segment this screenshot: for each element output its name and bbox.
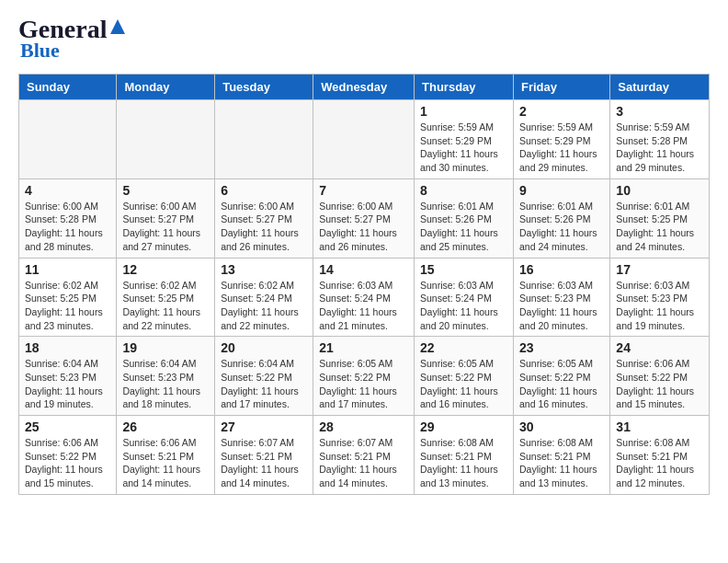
calendar-cell bbox=[117, 100, 215, 179]
calendar-cell: 6Sunrise: 6:00 AM Sunset: 5:27 PM Daylig… bbox=[215, 178, 313, 258]
day-number: 8 bbox=[420, 183, 507, 198]
calendar-cell: 12Sunrise: 6:02 AM Sunset: 5:25 PM Dayli… bbox=[117, 258, 215, 337]
day-info: Sunrise: 6:03 AM Sunset: 5:24 PM Dayligh… bbox=[319, 279, 408, 333]
day-info: Sunrise: 6:05 AM Sunset: 5:22 PM Dayligh… bbox=[420, 357, 507, 411]
calendar-week-3: 11Sunrise: 6:02 AM Sunset: 5:25 PM Dayli… bbox=[19, 258, 710, 337]
day-number: 2 bbox=[519, 104, 604, 119]
calendar-cell: 11Sunrise: 6:02 AM Sunset: 5:25 PM Dayli… bbox=[19, 258, 117, 337]
day-info: Sunrise: 6:01 AM Sunset: 5:25 PM Dayligh… bbox=[616, 200, 703, 254]
calendar-cell: 7Sunrise: 6:00 AM Sunset: 5:27 PM Daylig… bbox=[313, 178, 415, 258]
day-number: 17 bbox=[616, 262, 703, 277]
day-number: 25 bbox=[25, 419, 110, 434]
day-info: Sunrise: 6:04 AM Sunset: 5:23 PM Dayligh… bbox=[122, 357, 209, 411]
day-info: Sunrise: 6:00 AM Sunset: 5:27 PM Dayligh… bbox=[221, 200, 307, 254]
calendar-cell: 23Sunrise: 6:05 AM Sunset: 5:22 PM Dayli… bbox=[513, 337, 609, 416]
day-info: Sunrise: 6:05 AM Sunset: 5:22 PM Dayligh… bbox=[319, 357, 408, 411]
calendar-table: SundayMondayTuesdayWednesdayThursdayFrid… bbox=[18, 74, 710, 495]
day-info: Sunrise: 6:08 AM Sunset: 5:21 PM Dayligh… bbox=[519, 436, 604, 490]
day-info: Sunrise: 6:03 AM Sunset: 5:23 PM Dayligh… bbox=[519, 279, 604, 333]
calendar-cell: 22Sunrise: 6:05 AM Sunset: 5:22 PM Dayli… bbox=[415, 337, 514, 416]
day-info: Sunrise: 6:08 AM Sunset: 5:21 PM Dayligh… bbox=[420, 436, 507, 490]
day-info: Sunrise: 6:00 AM Sunset: 5:27 PM Dayligh… bbox=[122, 200, 209, 254]
calendar-cell: 13Sunrise: 6:02 AM Sunset: 5:24 PM Dayli… bbox=[215, 258, 313, 337]
logo-blue-text: Blue bbox=[20, 39, 60, 63]
day-number: 9 bbox=[519, 183, 604, 198]
calendar-week-5: 25Sunrise: 6:06 AM Sunset: 5:22 PM Dayli… bbox=[19, 416, 710, 495]
day-number: 5 bbox=[122, 183, 209, 198]
calendar-cell: 16Sunrise: 6:03 AM Sunset: 5:23 PM Dayli… bbox=[513, 258, 609, 337]
calendar-cell: 18Sunrise: 6:04 AM Sunset: 5:23 PM Dayli… bbox=[19, 337, 117, 416]
calendar-cell: 4Sunrise: 6:00 AM Sunset: 5:28 PM Daylig… bbox=[19, 178, 117, 258]
calendar-cell: 25Sunrise: 6:06 AM Sunset: 5:22 PM Dayli… bbox=[19, 416, 117, 495]
day-number: 30 bbox=[519, 419, 604, 434]
calendar-cell: 17Sunrise: 6:03 AM Sunset: 5:23 PM Dayli… bbox=[610, 258, 710, 337]
calendar-cell: 14Sunrise: 6:03 AM Sunset: 5:24 PM Dayli… bbox=[313, 258, 415, 337]
calendar-week-1: 1Sunrise: 5:59 AM Sunset: 5:29 PM Daylig… bbox=[19, 100, 710, 179]
calendar-cell: 1Sunrise: 5:59 AM Sunset: 5:29 PM Daylig… bbox=[415, 100, 514, 179]
svg-marker-0 bbox=[110, 19, 125, 34]
calendar-cell: 2Sunrise: 5:59 AM Sunset: 5:29 PM Daylig… bbox=[513, 100, 609, 179]
calendar-cell: 31Sunrise: 6:08 AM Sunset: 5:21 PM Dayli… bbox=[610, 416, 710, 495]
day-info: Sunrise: 6:02 AM Sunset: 5:25 PM Dayligh… bbox=[25, 279, 110, 333]
weekday-header-tuesday: Tuesday bbox=[215, 75, 313, 100]
calendar-cell: 19Sunrise: 6:04 AM Sunset: 5:23 PM Dayli… bbox=[117, 337, 215, 416]
calendar-cell: 5Sunrise: 6:00 AM Sunset: 5:27 PM Daylig… bbox=[117, 178, 215, 258]
calendar-cell: 10Sunrise: 6:01 AM Sunset: 5:25 PM Dayli… bbox=[610, 178, 710, 258]
day-info: Sunrise: 6:04 AM Sunset: 5:23 PM Dayligh… bbox=[25, 357, 110, 411]
calendar-cell: 15Sunrise: 6:03 AM Sunset: 5:24 PM Dayli… bbox=[415, 258, 514, 337]
day-info: Sunrise: 6:01 AM Sunset: 5:26 PM Dayligh… bbox=[420, 200, 507, 254]
calendar-cell: 21Sunrise: 6:05 AM Sunset: 5:22 PM Dayli… bbox=[313, 337, 415, 416]
day-number: 18 bbox=[25, 340, 110, 355]
day-number: 21 bbox=[319, 340, 408, 355]
day-info: Sunrise: 6:03 AM Sunset: 5:23 PM Dayligh… bbox=[616, 279, 703, 333]
day-info: Sunrise: 6:04 AM Sunset: 5:22 PM Dayligh… bbox=[221, 357, 307, 411]
day-number: 7 bbox=[319, 183, 408, 198]
day-info: Sunrise: 6:06 AM Sunset: 5:22 PM Dayligh… bbox=[25, 436, 110, 490]
calendar-week-4: 18Sunrise: 6:04 AM Sunset: 5:23 PM Dayli… bbox=[19, 337, 710, 416]
day-number: 1 bbox=[420, 104, 507, 119]
calendar-cell bbox=[19, 100, 117, 179]
logo-icon bbox=[108, 17, 127, 36]
day-info: Sunrise: 6:05 AM Sunset: 5:22 PM Dayligh… bbox=[519, 357, 604, 411]
calendar-cell: 3Sunrise: 5:59 AM Sunset: 5:28 PM Daylig… bbox=[610, 100, 710, 179]
day-info: Sunrise: 6:00 AM Sunset: 5:27 PM Dayligh… bbox=[319, 200, 408, 254]
day-number: 10 bbox=[616, 183, 703, 198]
day-info: Sunrise: 6:08 AM Sunset: 5:21 PM Dayligh… bbox=[616, 436, 703, 490]
calendar-cell: 8Sunrise: 6:01 AM Sunset: 5:26 PM Daylig… bbox=[415, 178, 514, 258]
day-number: 6 bbox=[221, 183, 307, 198]
header: General Blue bbox=[18, 15, 710, 63]
calendar-cell: 27Sunrise: 6:07 AM Sunset: 5:21 PM Dayli… bbox=[215, 416, 313, 495]
day-number: 24 bbox=[616, 340, 703, 355]
day-info: Sunrise: 6:01 AM Sunset: 5:26 PM Dayligh… bbox=[519, 200, 604, 254]
day-info: Sunrise: 5:59 AM Sunset: 5:29 PM Dayligh… bbox=[420, 121, 507, 175]
day-info: Sunrise: 6:02 AM Sunset: 5:25 PM Dayligh… bbox=[122, 279, 209, 333]
day-number: 15 bbox=[420, 262, 507, 277]
day-number: 13 bbox=[221, 262, 307, 277]
calendar-cell: 28Sunrise: 6:07 AM Sunset: 5:21 PM Dayli… bbox=[313, 416, 415, 495]
day-info: Sunrise: 6:06 AM Sunset: 5:21 PM Dayligh… bbox=[122, 436, 209, 490]
calendar-cell: 30Sunrise: 6:08 AM Sunset: 5:21 PM Dayli… bbox=[513, 416, 609, 495]
weekday-header-monday: Monday bbox=[117, 75, 215, 100]
weekday-header-wednesday: Wednesday bbox=[313, 75, 415, 100]
page: General Blue SundayMondayTuesdayWednesda… bbox=[0, 0, 728, 510]
day-info: Sunrise: 6:06 AM Sunset: 5:22 PM Dayligh… bbox=[616, 357, 703, 411]
weekday-header-row: SundayMondayTuesdayWednesdayThursdayFrid… bbox=[19, 75, 710, 100]
day-number: 3 bbox=[616, 104, 703, 119]
day-number: 14 bbox=[319, 262, 408, 277]
weekday-header-friday: Friday bbox=[513, 75, 609, 100]
day-number: 26 bbox=[122, 419, 209, 434]
calendar-cell bbox=[313, 100, 415, 179]
day-info: Sunrise: 5:59 AM Sunset: 5:28 PM Dayligh… bbox=[616, 121, 703, 175]
day-info: Sunrise: 5:59 AM Sunset: 5:29 PM Dayligh… bbox=[519, 121, 604, 175]
day-number: 19 bbox=[122, 340, 209, 355]
day-number: 31 bbox=[616, 419, 703, 434]
calendar-week-2: 4Sunrise: 6:00 AM Sunset: 5:28 PM Daylig… bbox=[19, 178, 710, 258]
logo: General Blue bbox=[18, 15, 127, 63]
weekday-header-sunday: Sunday bbox=[19, 75, 117, 100]
calendar-cell: 24Sunrise: 6:06 AM Sunset: 5:22 PM Dayli… bbox=[610, 337, 710, 416]
calendar-cell: 26Sunrise: 6:06 AM Sunset: 5:21 PM Dayli… bbox=[117, 416, 215, 495]
calendar-cell: 9Sunrise: 6:01 AM Sunset: 5:26 PM Daylig… bbox=[513, 178, 609, 258]
weekday-header-saturday: Saturday bbox=[610, 75, 710, 100]
day-number: 29 bbox=[420, 419, 507, 434]
day-number: 22 bbox=[420, 340, 507, 355]
